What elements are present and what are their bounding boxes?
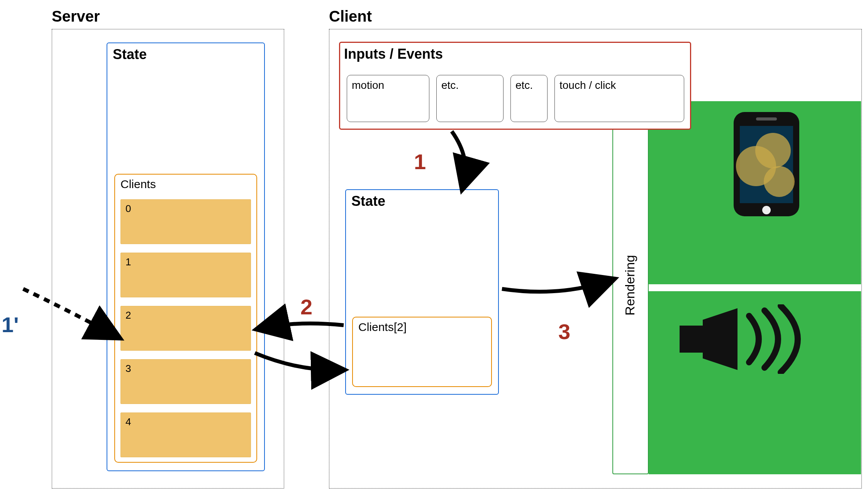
diagram-canvas: Server State Clients 0 1 2 3 4 Client Re… [0,0,868,499]
server-clients-title: Clients [120,178,156,191]
client-state-title: State [351,193,385,209]
client-row-2: 2 [120,306,251,351]
input-chip-motion: motion [347,75,429,122]
input-chip-touch: touch / click [554,75,684,122]
green-panel-bottom [649,291,861,474]
green-panel-separator [649,284,861,291]
server-state-title: State [113,46,147,63]
server-label: Server [52,8,100,25]
client-row-4-label: 4 [125,416,131,428]
client-row-1-label: 1 [125,256,131,268]
input-chip-motion-label: motion [352,79,384,92]
input-chip-etc-1-label: etc. [441,79,459,92]
client-row-4: 4 [120,412,251,457]
client-row-3-label: 3 [125,363,131,375]
input-chip-etc-2: etc. [510,75,548,122]
client-row-0: 0 [120,199,251,244]
step-3: 3 [558,319,570,344]
step-1-prime: 1' [2,312,19,337]
step-1: 1 [414,149,426,174]
rendering-label: Rendering [622,255,637,316]
client-clients2-box: Clients[2] [352,317,492,387]
client-clients2-label: Clients[2] [358,321,407,334]
input-chip-etc-1: etc. [436,75,504,122]
client-row-3: 3 [120,359,251,404]
input-chip-touch-label: touch / click [559,79,616,92]
inputs-events-title: Inputs / Events [344,46,443,62]
client-row-2-label: 2 [125,309,131,321]
client-label: Client [329,8,372,25]
step-2: 2 [300,294,312,319]
client-row-0-label: 0 [125,203,131,215]
client-row-1: 1 [120,253,251,297]
input-chip-etc-2-label: etc. [515,79,533,92]
